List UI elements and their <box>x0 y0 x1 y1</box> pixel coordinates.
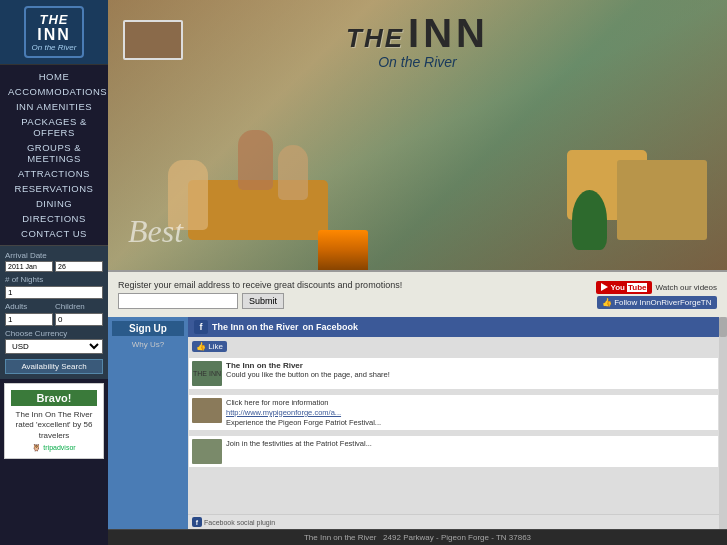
availability-search-button[interactable]: Availability Search <box>5 359 103 374</box>
nav-attractions[interactable]: Attractions <box>0 166 108 181</box>
facebook-like-row: 👍 Like <box>188 341 719 352</box>
email-area: Register your email address to receive g… <box>118 280 586 309</box>
bravo-title: Bravo! <box>11 390 97 406</box>
hero-title-inn: INN <box>408 15 489 51</box>
hero-title: THE INN On the River <box>346 15 489 70</box>
hero-title-the: THE <box>346 23 404 54</box>
nav-accommodations[interactable]: Accommodations <box>0 84 108 99</box>
address-line2: 2492 Parkway - Pigeon Forge - TN 37863 <box>383 533 531 542</box>
facebook-footer-text: Facebook social plugin <box>204 519 275 526</box>
currency-label: Choose Currency <box>5 329 103 338</box>
hero-section: THE INN On the River Best <box>108 0 727 270</box>
fb-post-1: THE INN The Inn on the River Could you l… <box>188 357 719 390</box>
logo-box: THE INN On the River <box>24 6 85 58</box>
tripadvisor-logo: 🦉 tripadvisor <box>11 444 97 452</box>
email-input[interactable] <box>118 293 238 309</box>
nav-contact-us[interactable]: Contact Us <box>0 226 108 241</box>
facebook-like-button[interactable]: 👍 Like <box>192 341 227 352</box>
arrival-input[interactable] <box>5 261 53 272</box>
signup-why: Why Us? <box>112 340 184 349</box>
facebook-scrollbar[interactable] <box>719 317 727 529</box>
facebook-page-name: The Inn on the River <box>212 322 299 332</box>
adults-label: Adults <box>5 302 53 311</box>
submit-button[interactable]: Submit <box>242 293 284 309</box>
nav-directions[interactable]: Directions <box>0 211 108 226</box>
facebook-content: f The Inn on the River on Facebook 👍 Lik… <box>188 317 719 529</box>
best-badge: Best <box>128 213 183 250</box>
watch-videos-text: Watch our videos <box>655 283 717 292</box>
bottom-section: Sign Up Why Us? f The Inn on the River o… <box>108 317 727 529</box>
social-area: YouTube Watch our videos 👍 Follow InnOnR… <box>596 281 717 309</box>
follow-button[interactable]: 👍 Follow InnOnRiverForgeTN <box>597 296 717 309</box>
signup-panel: Sign Up Why Us? <box>108 317 188 529</box>
address-line1: The Inn on the River <box>304 533 376 542</box>
fb-thumb-2 <box>192 398 222 423</box>
nights-label: # of Nights <box>5 275 103 284</box>
nav-home[interactable]: Home <box>0 69 108 84</box>
adults-input[interactable] <box>5 313 53 326</box>
logo-area: THE INN On the River <box>0 0 108 65</box>
facebook-header: f The Inn on the River on Facebook <box>188 317 719 337</box>
logo-the: THE <box>32 12 77 27</box>
email-label: Register your email address to receive g… <box>118 280 586 290</box>
main-content: THE INN On the River Best Register your … <box>108 0 727 545</box>
bravo-box: Bravo! The Inn On The River rated 'excel… <box>4 383 104 459</box>
facebook-icon: f <box>194 320 208 334</box>
fb-thumb-1: THE INN <box>192 361 222 386</box>
facebook-on-platform: on Facebook <box>303 322 359 332</box>
arrival-day[interactable] <box>55 261 103 272</box>
facebook-footer: f Facebook social plugin <box>188 514 719 529</box>
fb-thumb-3 <box>192 439 222 464</box>
fb-post-2-subtext: Experience the Pigeon Forge Patriot Fest… <box>226 418 381 428</box>
arrival-label: Arrival Date <box>5 251 103 260</box>
nav-groups-meetings[interactable]: Groups & Meetings <box>0 140 108 166</box>
nav-inn-amenities[interactable]: Inn Amenities <box>0 99 108 114</box>
signup-title: Sign Up <box>112 321 184 336</box>
fb-post-1-text: Could you like the button on the page, a… <box>226 370 390 380</box>
hero-title-river: On the River <box>346 54 489 70</box>
fb-handle: InnOnRiverForgeTN <box>640 298 712 307</box>
nav-dining[interactable]: Dining <box>0 196 108 211</box>
currency-select[interactable]: USD <box>5 339 103 354</box>
nav-menu: Home Accommodations Inn Amenities Packag… <box>0 65 108 245</box>
fb-post-2-text: Click here for more information <box>226 398 381 408</box>
middle-section: Register your email address to receive g… <box>108 270 727 317</box>
logo-subtext: On the River <box>32 43 77 52</box>
fb-post-3-text: Join in the festivities at the Patriot F… <box>226 439 372 449</box>
fb-post-1-name: The Inn on the River <box>226 361 390 370</box>
logo-inn: INN <box>32 27 77 43</box>
sidebar: THE INN On the River Home Accommodations… <box>0 0 108 545</box>
scrollbar-thumb[interactable] <box>719 317 727 337</box>
facebook-footer-icon: f <box>192 517 202 527</box>
address-footer: The Inn on the River 2492 Parkway - Pige… <box>108 529 727 545</box>
children-label: Children <box>55 302 103 311</box>
fb-post-2-link[interactable]: http://www.mypigeonforge.com/a... <box>226 408 381 418</box>
play-icon <box>601 283 608 291</box>
booking-form: Arrival Date # of Nights Adults Children… <box>0 245 108 379</box>
youtube-button[interactable]: YouTube <box>596 281 652 294</box>
nights-input[interactable] <box>5 286 103 299</box>
fb-post-3: Join in the festivities at the Patriot F… <box>188 435 719 468</box>
nav-reservations[interactable]: Reservations <box>0 181 108 196</box>
nav-packages-offers[interactable]: Packages & Offers <box>0 114 108 140</box>
bravo-text: The Inn On The River rated 'excellent' b… <box>11 410 97 441</box>
children-input[interactable] <box>55 313 103 326</box>
fb-post-2: Click here for more information http://w… <box>188 394 719 431</box>
facebook-feed-wrapper: f The Inn on the River on Facebook 👍 Lik… <box>188 317 727 529</box>
